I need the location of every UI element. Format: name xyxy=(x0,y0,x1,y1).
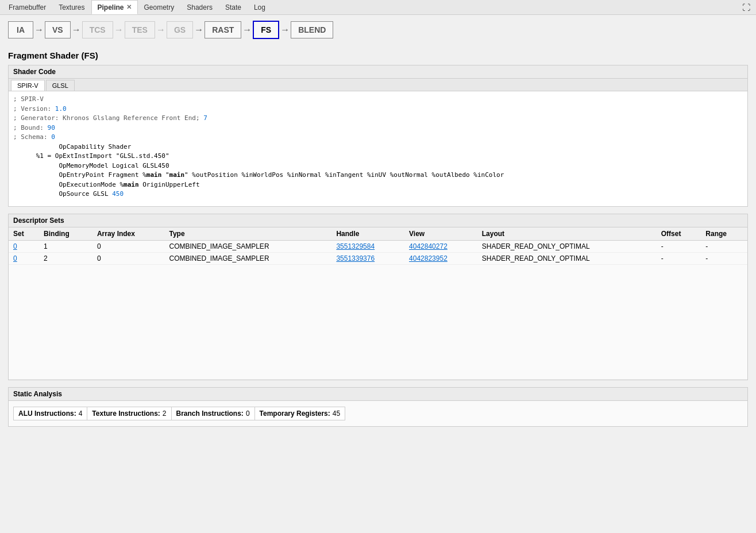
static-analysis-body: ALU Instructions: 4 Texture Instructions… xyxy=(9,401,747,426)
alu-value: 4 xyxy=(79,410,83,418)
shader-tab-glsl[interactable]: GLSL xyxy=(46,80,75,91)
col-view: View xyxy=(404,227,477,241)
shader-tabs: SPIR-V GLSL xyxy=(9,79,747,91)
col-range: Range xyxy=(701,227,747,241)
col-layout: Layout xyxy=(477,227,657,241)
table-row: 0 2 0 COMBINED_IMAGE_SAMPLER 3551339376 … xyxy=(9,253,747,265)
stage-fs[interactable]: FS xyxy=(253,21,279,39)
col-offset: Offset xyxy=(657,227,701,241)
tab-textures[interactable]: Textures xyxy=(52,0,91,14)
static-analysis-section: Static Analysis ALU Instructions: 4 Text… xyxy=(8,387,748,427)
view-link-1[interactable]: 4042840272 xyxy=(409,242,448,250)
tab-framebuffer[interactable]: Framebuffer xyxy=(2,0,52,14)
tempregs-value: 45 xyxy=(333,410,340,418)
col-array-index: Array Index xyxy=(92,227,165,241)
cell-binding-2: 2 xyxy=(39,253,92,265)
pipeline-bar: IA → VS → TCS → TES → GS → RAST → FS → B… xyxy=(0,15,756,45)
cell-array-index-2: 0 xyxy=(92,253,165,265)
static-analysis-row: ALU Instructions: 4 Texture Instructions… xyxy=(13,407,345,420)
arrow-2: → xyxy=(71,25,82,35)
cell-set-1: 0 xyxy=(9,241,39,253)
static-alu: ALU Instructions: 4 xyxy=(14,407,87,420)
cell-offset-2: - xyxy=(657,253,701,265)
arrow-4: → xyxy=(155,25,167,35)
stage-blend[interactable]: BLEND xyxy=(291,21,333,38)
page-title: Fragment Shader (FS) xyxy=(8,51,748,60)
branch-value: 0 xyxy=(246,410,250,418)
cell-view-1: 4042840272 xyxy=(404,241,477,253)
tab-shaders[interactable]: Shaders xyxy=(180,0,219,14)
tab-log[interactable]: Log xyxy=(248,0,272,14)
cell-array-index-1: 0 xyxy=(92,241,165,253)
col-handle: Handle xyxy=(331,227,404,241)
stage-vs[interactable]: VS xyxy=(45,21,71,38)
arrow-7: → xyxy=(279,25,291,35)
stage-ia[interactable]: IA xyxy=(8,21,33,38)
cell-handle-2: 3551339376 xyxy=(331,253,404,265)
tab-bar: Framebuffer Textures Pipeline ✕ Geometry… xyxy=(0,0,756,15)
arrow-3: → xyxy=(113,25,125,35)
cell-binding-1: 1 xyxy=(39,241,92,253)
cell-range-1: - xyxy=(701,241,747,253)
col-binding: Binding xyxy=(39,227,92,241)
alu-label: ALU Instructions: xyxy=(18,410,76,418)
view-link-2[interactable]: 4042823952 xyxy=(409,254,448,262)
cell-layout-2: SHADER_READ_ONLY_OPTIMAL xyxy=(477,253,657,265)
stage-tcs[interactable]: TCS xyxy=(82,21,113,38)
shader-code-header: Shader Code xyxy=(9,65,747,79)
tempregs-label: Temporary Registers: xyxy=(260,410,330,418)
shader-code-area[interactable]: ; SPIR-V ; Version: 1.0 ; Generator: Khr… xyxy=(9,91,747,206)
table-row: 0 1 0 COMBINED_IMAGE_SAMPLER 3551329584 … xyxy=(9,241,747,253)
cell-range-2: - xyxy=(701,253,747,265)
branch-label: Branch Instructions: xyxy=(176,410,244,418)
cell-offset-1: - xyxy=(657,241,701,253)
col-type: Type xyxy=(165,227,332,241)
col-set: Set xyxy=(9,227,39,241)
cell-handle-1: 3551329584 xyxy=(331,241,404,253)
tab-close-icon[interactable]: ✕ xyxy=(126,3,132,11)
tab-state[interactable]: State xyxy=(219,0,248,14)
set-link-2[interactable]: 0 xyxy=(13,254,17,262)
texture-value: 2 xyxy=(163,410,167,418)
static-texture: Texture Instructions: 2 xyxy=(87,407,171,420)
descriptor-table: Set Binding Array Index Type Handle View… xyxy=(9,227,747,380)
main-content: Fragment Shader (FS) Shader Code SPIR-V … xyxy=(0,45,756,432)
cell-view-2: 4042823952 xyxy=(404,253,477,265)
arrow-5: → xyxy=(193,25,205,35)
texture-label: Texture Instructions: xyxy=(92,410,160,418)
stage-rast[interactable]: RAST xyxy=(205,21,241,38)
cell-type-2: COMBINED_IMAGE_SAMPLER xyxy=(165,253,332,265)
tab-geometry[interactable]: Geometry xyxy=(138,0,181,14)
arrow-6: → xyxy=(241,25,253,35)
shader-tab-spirv[interactable]: SPIR-V xyxy=(11,80,45,91)
stage-tes[interactable]: TES xyxy=(125,21,155,38)
handle-link-1[interactable]: 3551329584 xyxy=(336,242,375,250)
maximize-button[interactable]: ⛶ xyxy=(739,2,754,13)
arrow-1: → xyxy=(33,25,45,35)
static-tempregs: Temporary Registers: 45 xyxy=(255,407,345,420)
cell-layout-1: SHADER_READ_ONLY_OPTIMAL xyxy=(477,241,657,253)
descriptor-sets-section: Descriptor Sets Set Binding Array Index … xyxy=(8,214,748,380)
static-branch: Branch Instructions: 0 xyxy=(172,407,255,420)
tab-pipeline[interactable]: Pipeline ✕ xyxy=(91,0,138,14)
cell-set-2: 0 xyxy=(9,253,39,265)
static-analysis-header: Static Analysis xyxy=(9,388,747,401)
shader-code-section: Shader Code SPIR-V GLSL ; SPIR-V ; Versi… xyxy=(8,65,748,207)
set-link-1[interactable]: 0 xyxy=(13,242,17,250)
stage-gs[interactable]: GS xyxy=(167,21,193,38)
table-row-empty xyxy=(9,265,747,380)
handle-link-2[interactable]: 3551339376 xyxy=(336,254,375,262)
descriptor-sets-header: Descriptor Sets xyxy=(9,214,747,227)
cell-type-1: COMBINED_IMAGE_SAMPLER xyxy=(165,241,332,253)
